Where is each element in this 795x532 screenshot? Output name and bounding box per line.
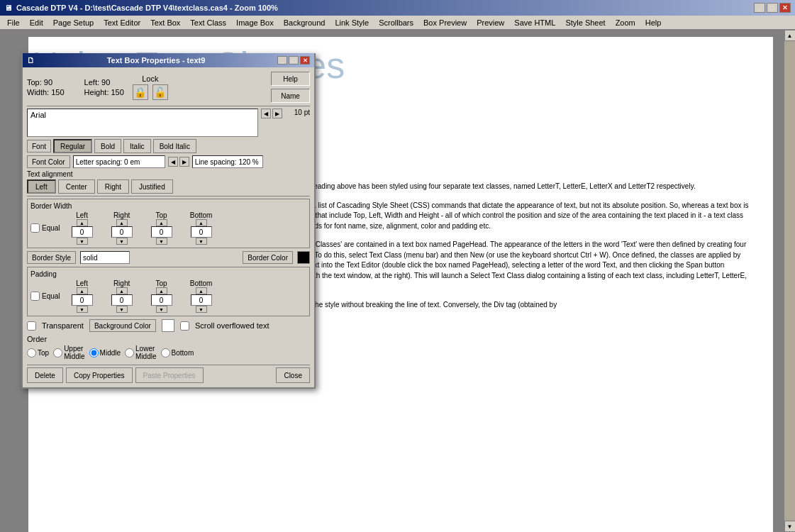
align-left-button[interactable]: Left	[27, 179, 56, 194]
order-bottom-input[interactable]	[161, 348, 170, 358]
align-justified-button[interactable]: Justified	[131, 179, 173, 194]
italic-button[interactable]: Italic	[123, 139, 151, 153]
alignment-label: Text alignment	[27, 170, 310, 178]
delete-button[interactable]: Delete	[27, 367, 63, 383]
padding-left-down[interactable]: ▼	[77, 306, 88, 313]
help-button[interactable]: Help	[271, 72, 310, 86]
border-equal-checkbox[interactable]	[30, 223, 40, 233]
padding-right-up[interactable]: ▲	[116, 287, 128, 294]
scroll-down-button[interactable]: ▼	[784, 521, 796, 532]
transparent-checkbox[interactable]	[27, 321, 36, 331]
menu-text-class[interactable]: Text Class	[186, 18, 230, 28]
menu-page-setup[interactable]: Page Setup	[49, 18, 99, 28]
padding-right-down[interactable]: ▼	[116, 306, 128, 313]
modal-minimize-button[interactable]: _	[277, 56, 287, 65]
scroll-overflowed-checkbox[interactable]	[180, 321, 189, 331]
letter-spacing-left[interactable]: ◀	[168, 157, 178, 167]
border-right-up[interactable]: ▲	[116, 219, 128, 226]
border-bottom-value: 0	[191, 226, 212, 238]
border-top-value: 0	[151, 226, 172, 238]
menu-help[interactable]: Help	[641, 18, 666, 28]
padding-bottom-down[interactable]: ▼	[196, 306, 207, 313]
padding-top-spin: Top ▲ 0 ▼	[144, 279, 179, 313]
modal-close-button[interactable]: ✕	[300, 56, 310, 65]
font-arrow-left[interactable]: ◀	[261, 109, 271, 118]
close-button[interactable]: ✕	[779, 3, 791, 13]
text-alignment-section: Text alignment Left Center Right Justifi…	[27, 170, 310, 194]
menu-style-sheet[interactable]: Style Sheet	[561, 18, 609, 28]
menu-file[interactable]: File	[3, 18, 24, 28]
menu-zoom[interactable]: Zoom	[611, 18, 640, 28]
padding-left-up[interactable]: ▲	[77, 287, 88, 294]
background-color-button[interactable]: Background Color	[89, 319, 156, 332]
border-bottom-down[interactable]: ▼	[196, 238, 207, 245]
menu-preview[interactable]: Preview	[472, 18, 508, 28]
spacing-row: Font Color ◀ ▶	[27, 155, 310, 168]
regular-button[interactable]: Regular	[53, 139, 92, 153]
background-color-swatch[interactable]	[162, 319, 174, 332]
border-left-down[interactable]: ▼	[77, 238, 88, 245]
order-middle-input[interactable]	[89, 348, 99, 358]
padding-top-down[interactable]: ▼	[156, 306, 167, 313]
order-lower-middle-input[interactable]	[125, 348, 134, 358]
close-dialog-button[interactable]: Close	[276, 367, 310, 383]
border-style-button[interactable]: Border Style	[27, 251, 76, 264]
menu-text-box[interactable]: Text Box	[146, 18, 184, 28]
letter-spacing-arrows: ◀ ▶	[168, 157, 189, 167]
bold-italic-button[interactable]: Bold Italic	[153, 139, 196, 153]
border-equal-check[interactable]: Equal	[30, 223, 60, 233]
lock-closed-icon[interactable]: 🔒	[133, 84, 148, 100]
minimize-button[interactable]: _	[754, 3, 765, 13]
right-scrollbar[interactable]: ▲ ▼	[784, 30, 795, 532]
font-color-button[interactable]: Font Color	[27, 155, 70, 168]
padding-top-up[interactable]: ▲	[156, 287, 167, 294]
order-bottom-radio[interactable]: Bottom	[161, 348, 194, 358]
font-name: Arial	[30, 111, 46, 119]
padding-equal-checkbox[interactable]	[30, 292, 40, 301]
line-spacing-input[interactable]	[192, 155, 263, 168]
paste-properties-button[interactable]: Paste Properties	[135, 367, 204, 383]
border-left-up[interactable]: ▲	[77, 219, 88, 226]
menu-background[interactable]: Background	[279, 18, 330, 28]
order-lower-middle-radio[interactable]: LowerMiddle	[125, 345, 156, 360]
menu-save-html[interactable]: Save HTML	[510, 18, 560, 28]
order-top-input[interactable]	[27, 348, 36, 358]
font-button[interactable]: Font	[27, 140, 51, 153]
titlebar-controls[interactable]: _ □ ✕	[754, 3, 791, 13]
font-arrow-right[interactable]: ▶	[272, 109, 282, 118]
modal-titlebar: 🗋 Text Box Properties - text9 _ □ ✕	[23, 53, 314, 67]
maximize-button[interactable]: □	[767, 3, 778, 13]
menu-edit[interactable]: Edit	[26, 18, 48, 28]
border-color-swatch[interactable]	[297, 251, 310, 264]
letter-spacing-input[interactable]	[73, 155, 165, 168]
copy-properties-button[interactable]: Copy Properties	[66, 367, 133, 383]
order-top-radio[interactable]: Top	[27, 348, 49, 358]
name-button[interactable]: Name	[271, 89, 310, 103]
border-top-up[interactable]: ▲	[156, 219, 167, 226]
border-right-down[interactable]: ▼	[116, 238, 128, 245]
padding-equal-check[interactable]: Equal	[30, 292, 60, 301]
border-style-input[interactable]	[80, 251, 130, 264]
menu-image-box[interactable]: Image Box	[232, 18, 278, 28]
menu-link-style[interactable]: Link Style	[330, 18, 373, 28]
border-left-spin: Left ▲ 0 ▼	[65, 211, 100, 245]
menu-text-editor[interactable]: Text Editor	[99, 18, 145, 28]
menu-scrollbars[interactable]: Scrollbars	[374, 18, 418, 28]
menu-box-preview[interactable]: Box Preview	[419, 18, 471, 28]
border-top-down[interactable]: ▼	[156, 238, 167, 245]
padding-left-spin: Left ▲ 0 ▼	[65, 279, 100, 313]
order-upper-middle-radio[interactable]: UpperMiddle	[53, 345, 84, 360]
align-right-button[interactable]: Right	[97, 179, 129, 194]
border-bottom-up[interactable]: ▲	[196, 219, 207, 226]
modal-maximize-button[interactable]: □	[289, 56, 299, 65]
order-middle-radio[interactable]: Middle	[89, 348, 121, 358]
bold-button[interactable]: Bold	[94, 139, 121, 153]
scroll-up-button[interactable]: ▲	[784, 30, 796, 41]
letter-spacing-right[interactable]: ▶	[179, 157, 189, 167]
order-upper-middle-input[interactable]	[53, 348, 62, 358]
lock-open-icon[interactable]: 🔓	[152, 84, 168, 100]
padding-bottom-up[interactable]: ▲	[196, 287, 207, 294]
modal-controls[interactable]: _ □ ✕	[277, 56, 310, 65]
border-color-button[interactable]: Border Color	[243, 251, 293, 264]
align-center-button[interactable]: Center	[58, 179, 95, 194]
